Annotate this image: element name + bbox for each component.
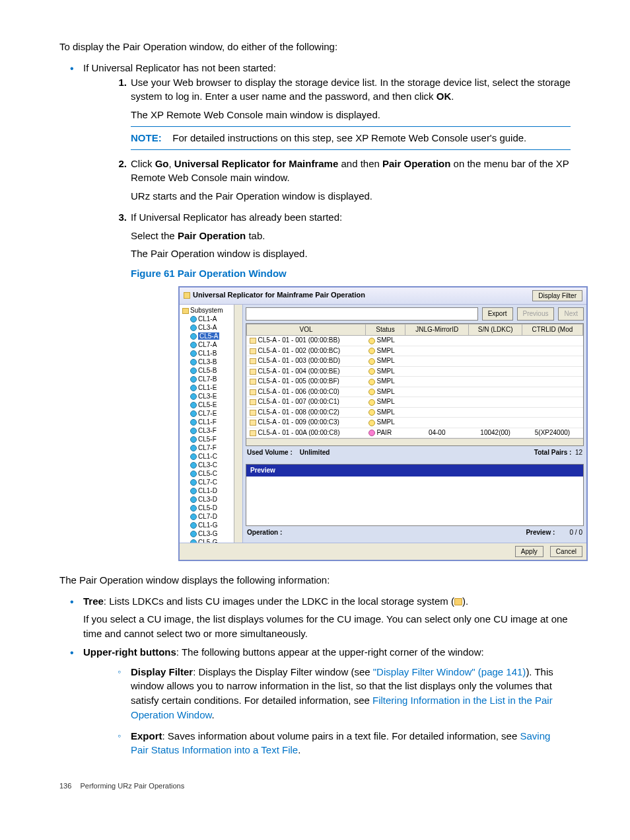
volume-icon bbox=[250, 410, 256, 416]
status-icon bbox=[368, 420, 375, 426]
data-cell bbox=[469, 397, 522, 408]
port-icon bbox=[190, 488, 197, 494]
operation-label: Operation : bbox=[247, 529, 282, 536]
ok-bold: OK bbox=[437, 91, 452, 102]
volume-icon bbox=[250, 358, 256, 364]
df-link1[interactable]: "Display Filter Window" (page 141) bbox=[373, 666, 526, 677]
col-jnlg[interactable]: JNLG-MirrorID bbox=[405, 324, 469, 336]
vol-cell: CL5-A - 01 - 007 (00:00:C1) bbox=[258, 398, 339, 405]
port-icon bbox=[190, 316, 197, 323]
display-filter-button[interactable]: Display Filter bbox=[532, 290, 582, 301]
tree-item-label: CL1-G bbox=[198, 521, 217, 529]
step-1: Use your Web browser to display the stor… bbox=[131, 75, 571, 150]
status-icon bbox=[368, 358, 375, 365]
port-icon bbox=[190, 539, 197, 543]
after-intro: The Pair Operation window displays the f… bbox=[59, 573, 571, 588]
tree-item-label: CL7-F bbox=[198, 444, 217, 451]
col-sn[interactable]: S/N (LDKC) bbox=[469, 324, 522, 336]
port-icon bbox=[190, 453, 197, 460]
tree-item-label: CL5-D bbox=[198, 504, 217, 512]
tree-scrollbar[interactable] bbox=[234, 305, 242, 543]
folder-icon bbox=[182, 308, 189, 314]
bullet-not-started-text: If Universal Replicator has not been sta… bbox=[83, 62, 276, 73]
cancel-button[interactable]: Cancel bbox=[550, 546, 582, 557]
preview-body bbox=[246, 477, 583, 525]
bullet-not-started: If Universal Replicator has not been sta… bbox=[83, 61, 571, 561]
volume-icon bbox=[250, 430, 256, 436]
data-cell bbox=[469, 418, 522, 428]
note-text: For detailed instructions on this step, … bbox=[172, 132, 526, 143]
po-bold: Pair Operation bbox=[382, 158, 450, 169]
ex-t1: : Saves information about volume pairs i… bbox=[162, 730, 520, 742]
table-row[interactable]: CL5-A - 01 - 004 (00:00:BE)SMPL bbox=[247, 366, 583, 377]
status-icon bbox=[368, 379, 375, 385]
tree-pane[interactable]: Subsystem CL1-ACL3-ACL5-ACL7-ACL1-BCL3-B… bbox=[180, 305, 243, 543]
col-ctrl[interactable]: CTRLID (Mod bbox=[522, 324, 582, 336]
port-icon bbox=[190, 393, 197, 400]
step3-a: If Universal Replicator has already been… bbox=[131, 210, 571, 225]
vol-cell: CL5-A - 01 - 002 (00:00:BC) bbox=[258, 347, 341, 354]
data-cell bbox=[405, 387, 469, 397]
port-icon bbox=[190, 436, 197, 443]
volume-icon bbox=[250, 348, 256, 354]
tree-item-label: CL3-B bbox=[198, 358, 217, 365]
data-cell bbox=[469, 366, 522, 377]
port-icon bbox=[190, 522, 197, 529]
data-cell bbox=[405, 366, 469, 377]
table-row[interactable]: CL5-A - 01 - 002 (00:00:BC)SMPL bbox=[247, 346, 583, 356]
status-cell: SMPL bbox=[377, 398, 395, 405]
status-cell: SMPL bbox=[377, 336, 395, 344]
page-footer: 136 Performing URz Pair Operations bbox=[59, 781, 571, 792]
tree-item-label: CL7-B bbox=[198, 375, 217, 383]
step2-b: , bbox=[169, 158, 174, 169]
vol-cell: CL5-A - 01 - 009 (00:00:C3) bbox=[258, 418, 339, 426]
port-icon bbox=[190, 410, 197, 417]
col-vol[interactable]: VOL bbox=[247, 324, 366, 336]
ex-t2: . bbox=[298, 744, 300, 755]
port-icon bbox=[190, 367, 197, 374]
h-scrollbar[interactable] bbox=[246, 438, 583, 445]
port-icon bbox=[190, 471, 197, 477]
previous-button: Previous bbox=[517, 307, 555, 321]
table-row[interactable]: CL5-A - 01 - 00A (00:00:C8)PAIR04-001004… bbox=[247, 428, 583, 438]
table-row[interactable]: CL5-A - 01 - 001 (00:00:BB)SMPL bbox=[247, 336, 583, 346]
port-icon bbox=[190, 402, 197, 408]
table-row[interactable]: CL5-A - 01 - 005 (00:00:BF)SMPL bbox=[247, 377, 583, 387]
total-pairs-label: Total Pairs : bbox=[534, 449, 572, 456]
col-status[interactable]: Status bbox=[366, 324, 405, 336]
table-row[interactable]: CL5-A - 01 - 006 (00:00:C0)SMPL bbox=[247, 387, 583, 397]
volume-table[interactable]: VOL Status JNLG-MirrorID S/N (LDKC) CTRL… bbox=[246, 324, 583, 439]
status-cell: SMPL bbox=[377, 347, 395, 354]
sub-display-filter: Display Filter: Displays the Display Fil… bbox=[131, 665, 571, 722]
ex-bold: Export bbox=[131, 730, 162, 742]
tree-text: : Lists LDKCs and lists CU images under … bbox=[104, 595, 454, 607]
total-pairs-val: 12 bbox=[575, 449, 582, 456]
apply-button[interactable]: Apply bbox=[515, 546, 543, 557]
status-icon bbox=[368, 409, 375, 416]
status-icon bbox=[368, 348, 375, 354]
tree-item-label: CL5-E bbox=[198, 401, 217, 408]
vol-cell: CL5-A - 01 - 003 (00:00:BD) bbox=[258, 357, 341, 364]
tree-item-label: CL5-A bbox=[198, 332, 219, 340]
df-t3: . bbox=[212, 709, 215, 720]
table-row[interactable]: CL5-A - 01 - 003 (00:00:BD)SMPL bbox=[247, 356, 583, 367]
port-icon bbox=[190, 496, 197, 503]
data-cell bbox=[522, 346, 582, 356]
table-row[interactable]: CL5-A - 01 - 008 (00:00:C2)SMPL bbox=[247, 407, 583, 418]
status-icon bbox=[368, 399, 375, 406]
table-row[interactable]: CL5-A - 01 - 009 (00:00:C3)SMPL bbox=[247, 418, 583, 428]
status-cell: PAIR bbox=[377, 429, 392, 436]
step3-b-a: Select the bbox=[131, 230, 178, 241]
data-cell: 5(XP24000) bbox=[522, 428, 582, 438]
step-2: Click Go, Universal Replicator for Mainf… bbox=[131, 157, 571, 204]
data-cell bbox=[405, 418, 469, 428]
page-number: 136 bbox=[59, 781, 71, 792]
data-cell: 10042(00) bbox=[469, 428, 522, 438]
bullet-tree: Tree: Lists LDKCs and lists CU images un… bbox=[83, 594, 571, 641]
blank-field bbox=[246, 307, 478, 321]
data-cell bbox=[522, 366, 582, 377]
export-button[interactable]: Export bbox=[482, 307, 513, 321]
volume-icon bbox=[250, 379, 256, 385]
tree-item-label: CL1-F bbox=[198, 418, 217, 426]
table-row[interactable]: CL5-A - 01 - 007 (00:00:C1)SMPL bbox=[247, 397, 583, 408]
